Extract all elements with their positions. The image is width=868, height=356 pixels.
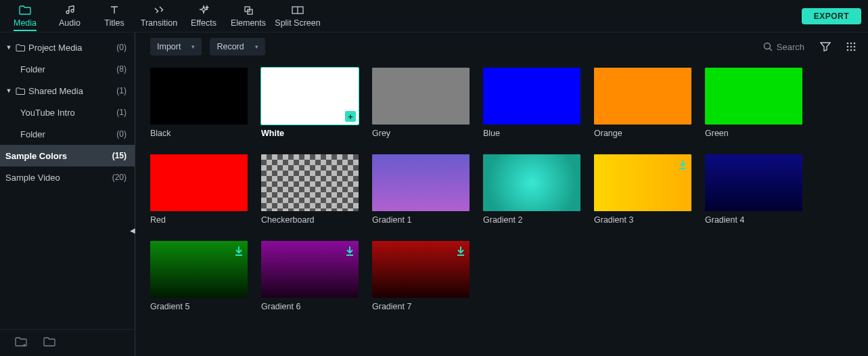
- sidebar-item-project-media[interactable]: ▼ Project Media (0): [0, 37, 135, 58]
- swatch-thumbnail[interactable]: [372, 154, 470, 211]
- sidebar-item-count: (20): [112, 173, 127, 182]
- color-swatch[interactable]: Gradient 7: [372, 241, 470, 311]
- sidebar-item-label: YouTube Intro: [20, 108, 114, 118]
- swatch-grid: Black+WhiteGreyBlueOrangeGreenRedChecker…: [135, 61, 868, 356]
- swatch-label: White: [261, 129, 359, 138]
- sidebar-tree: ▼ Project Media (0) Folder (8) ▼ Shared …: [0, 32, 135, 329]
- music-note-icon: [64, 4, 76, 16]
- tab-label: Split Screen: [275, 18, 320, 28]
- svg-rect-15: [346, 254, 353, 256]
- color-swatch[interactable]: Orange: [594, 68, 691, 138]
- swatch-thumbnail[interactable]: [261, 241, 359, 298]
- shapes-icon: [242, 4, 254, 16]
- swatch-thumbnail[interactable]: [372, 241, 470, 298]
- add-icon[interactable]: +: [345, 111, 356, 122]
- download-icon[interactable]: [234, 246, 244, 257]
- color-swatch[interactable]: Gradient 4: [705, 154, 802, 225]
- swatch-thumbnail[interactable]: [483, 68, 580, 125]
- swatch-label: Gradient 5: [150, 302, 248, 311]
- swatch-thumbnail[interactable]: [594, 68, 691, 125]
- sidebar-item-youtube-intro[interactable]: YouTube Intro (1): [0, 102, 135, 123]
- tab-split-screen[interactable]: Split Screen: [271, 0, 325, 32]
- swatch-thumbnail[interactable]: [594, 154, 691, 211]
- swatch-label: Gradient 2: [483, 215, 580, 225]
- swatch-label: Grey: [372, 129, 470, 138]
- svg-point-8: [850, 46, 852, 48]
- download-icon[interactable]: [678, 160, 687, 171]
- tab-media[interactable]: Media: [3, 0, 47, 32]
- swatch-thumbnail[interactable]: [150, 241, 248, 298]
- sidebar-footer: [0, 329, 135, 356]
- transition-icon: [153, 4, 165, 16]
- sidebar-item-label: Sample Video: [5, 173, 110, 183]
- folder-icon: [15, 87, 26, 95]
- swatch-label: Blue: [483, 129, 580, 138]
- content-panel: Import ▾ Record ▾ Search Black+WhiteGrey…: [135, 32, 868, 356]
- swatch-label: Green: [705, 129, 802, 138]
- color-swatch[interactable]: Gradient 6: [261, 241, 359, 311]
- sidebar-item-folder[interactable]: Folder (8): [0, 58, 135, 80]
- tab-label: Elements: [231, 18, 266, 28]
- color-swatch[interactable]: Black: [150, 68, 248, 138]
- swatch-thumbnail[interactable]: [150, 154, 248, 211]
- search-icon: [763, 42, 773, 51]
- sidebar-item-folder-2[interactable]: Folder (0): [0, 123, 135, 145]
- download-icon[interactable]: [456, 246, 465, 257]
- collapse-sidebar-icon[interactable]: ◀: [129, 223, 136, 237]
- sidebar-item-label: Project Media: [28, 43, 114, 53]
- dropdown-label: Record: [216, 42, 244, 51]
- tab-label: Media: [14, 18, 37, 28]
- tab-transition[interactable]: Transition: [137, 0, 181, 32]
- dropdown-label: Import: [157, 42, 181, 51]
- tab-elements[interactable]: Elements: [226, 0, 271, 32]
- tab-effects[interactable]: Effects: [181, 0, 226, 32]
- swatch-thumbnail[interactable]: [372, 68, 470, 125]
- swatch-label: Checkerboard: [261, 215, 359, 225]
- swatch-thumbnail[interactable]: [705, 68, 802, 125]
- swatch-thumbnail[interactable]: [261, 154, 359, 211]
- sidebar-item-shared-media[interactable]: ▼ Shared Media (1): [0, 80, 135, 102]
- color-swatch[interactable]: Green: [705, 68, 802, 138]
- svg-rect-14: [235, 254, 242, 256]
- import-dropdown[interactable]: Import ▾: [150, 38, 202, 55]
- search-input[interactable]: Search: [759, 41, 808, 53]
- folder-icon[interactable]: [43, 337, 55, 349]
- sidebar-item-sample-colors[interactable]: Sample Colors (15): [0, 145, 135, 166]
- sidebar-item-count: (0): [116, 129, 127, 139]
- color-swatch[interactable]: Grey: [372, 68, 470, 138]
- download-icon[interactable]: [345, 246, 355, 257]
- sidebar-item-sample-video[interactable]: Sample Video (20): [0, 166, 135, 188]
- color-swatch[interactable]: Gradient 3: [594, 154, 691, 225]
- disclosure-triangle-icon[interactable]: ▼: [5, 44, 12, 51]
- disclosure-triangle-icon[interactable]: ▼: [5, 87, 12, 94]
- color-swatch[interactable]: Checkerboard: [261, 154, 359, 225]
- swatch-thumbnail[interactable]: [150, 68, 248, 125]
- tab-audio[interactable]: Audio: [47, 0, 92, 32]
- color-swatch[interactable]: +White: [261, 68, 359, 138]
- svg-point-7: [847, 46, 849, 48]
- color-swatch[interactable]: Gradient 2: [483, 154, 580, 225]
- record-dropdown[interactable]: Record ▾: [210, 38, 265, 55]
- tab-titles[interactable]: Titles: [92, 0, 137, 32]
- swatch-label: Orange: [594, 129, 691, 138]
- color-swatch[interactable]: Gradient 1: [372, 154, 470, 225]
- folder-icon: [15, 44, 26, 51]
- swatch-thumbnail[interactable]: +: [261, 68, 359, 125]
- swatch-label: Gradient 7: [372, 302, 470, 311]
- swatch-thumbnail[interactable]: [705, 154, 802, 211]
- svg-point-10: [847, 49, 849, 51]
- swatch-label: Gradient 4: [705, 215, 802, 225]
- svg-point-11: [850, 49, 852, 51]
- filter-icon[interactable]: [817, 38, 834, 55]
- grid-view-icon[interactable]: [842, 38, 860, 55]
- swatch-label: Gradient 3: [594, 215, 691, 225]
- swatch-label: Black: [150, 129, 248, 138]
- svg-point-9: [854, 46, 856, 48]
- color-swatch[interactable]: Red: [150, 154, 248, 225]
- new-folder-icon[interactable]: [15, 337, 27, 349]
- swatch-thumbnail[interactable]: [483, 154, 580, 211]
- color-swatch[interactable]: Blue: [483, 68, 580, 138]
- export-button[interactable]: EXPORT: [802, 8, 861, 24]
- folder-icon: [19, 4, 31, 16]
- color-swatch[interactable]: Gradient 5: [150, 241, 248, 311]
